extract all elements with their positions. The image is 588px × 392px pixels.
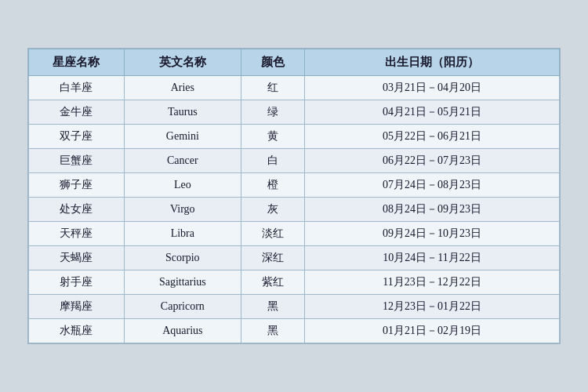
- table-row: 天蝎座Scorpio深红10月24日－11月22日: [29, 246, 560, 270]
- table-row: 射手座Sagittarius紫红11月23日－12月22日: [29, 270, 560, 295]
- cell-date: 06月22日－07月23日: [305, 149, 560, 173]
- cell-chinese: 摩羯座: [29, 295, 125, 319]
- table-row: 摩羯座Capricorn黑12月23日－01月22日: [29, 295, 560, 319]
- cell-color: 深红: [241, 246, 304, 270]
- cell-english: Gemini: [124, 125, 241, 149]
- header-color: 颜色: [241, 49, 304, 76]
- table-row: 双子座Gemini黄05月22日－06月21日: [29, 125, 560, 149]
- cell-english: Aries: [124, 76, 241, 100]
- cell-date: 11月23日－12月22日: [305, 270, 560, 295]
- cell-english: Sagittarius: [124, 270, 241, 295]
- cell-chinese: 处女座: [29, 198, 125, 222]
- cell-color: 黑: [241, 295, 304, 319]
- cell-english: Virgo: [124, 198, 241, 222]
- cell-color: 红: [241, 76, 304, 100]
- table-row: 水瓶座Aquarius黑01月21日－02月19日: [29, 319, 560, 343]
- cell-chinese: 水瓶座: [29, 319, 125, 343]
- cell-color: 白: [241, 149, 304, 173]
- cell-date: 01月21日－02月19日: [305, 319, 560, 343]
- cell-chinese: 金牛座: [29, 100, 125, 125]
- table-row: 白羊座Aries红03月21日－04月20日: [29, 76, 560, 100]
- cell-english: Taurus: [124, 100, 241, 125]
- cell-chinese: 巨蟹座: [29, 149, 125, 173]
- cell-chinese: 狮子座: [29, 173, 125, 198]
- cell-color: 黄: [241, 125, 304, 149]
- cell-color: 黑: [241, 319, 304, 343]
- cell-chinese: 天秤座: [29, 222, 125, 246]
- cell-color: 灰: [241, 198, 304, 222]
- table-row: 天秤座Libra淡红09月24日－10月23日: [29, 222, 560, 246]
- cell-date: 12月23日－01月22日: [305, 295, 560, 319]
- cell-chinese: 白羊座: [29, 76, 125, 100]
- zodiac-table-container: 星座名称 英文名称 颜色 出生日期（阳历） 白羊座Aries红03月21日－04…: [27, 48, 561, 344]
- header-date: 出生日期（阳历）: [305, 49, 560, 76]
- cell-date: 08月24日－09月23日: [305, 198, 560, 222]
- cell-color: 橙: [241, 173, 304, 198]
- table-row: 狮子座Leo橙07月24日－08月23日: [29, 173, 560, 198]
- cell-date: 07月24日－08月23日: [305, 173, 560, 198]
- cell-chinese: 天蝎座: [29, 246, 125, 270]
- cell-date: 04月21日－05月21日: [305, 100, 560, 125]
- cell-chinese: 射手座: [29, 270, 125, 295]
- cell-english: Capricorn: [124, 295, 241, 319]
- table-row: 巨蟹座Cancer白06月22日－07月23日: [29, 149, 560, 173]
- cell-date: 05月22日－06月21日: [305, 125, 560, 149]
- table-header-row: 星座名称 英文名称 颜色 出生日期（阳历）: [29, 49, 560, 76]
- zodiac-table: 星座名称 英文名称 颜色 出生日期（阳历） 白羊座Aries红03月21日－04…: [28, 49, 560, 343]
- cell-date: 10月24日－11月22日: [305, 246, 560, 270]
- cell-color: 淡红: [241, 222, 304, 246]
- cell-color: 绿: [241, 100, 304, 125]
- cell-date: 09月24日－10月23日: [305, 222, 560, 246]
- table-row: 金牛座Taurus绿04月21日－05月21日: [29, 100, 560, 125]
- header-english: 英文名称: [124, 49, 241, 76]
- cell-english: Libra: [124, 222, 241, 246]
- header-chinese: 星座名称: [29, 49, 125, 76]
- cell-english: Aquarius: [124, 319, 241, 343]
- cell-date: 03月21日－04月20日: [305, 76, 560, 100]
- table-row: 处女座Virgo灰08月24日－09月23日: [29, 198, 560, 222]
- cell-english: Scorpio: [124, 246, 241, 270]
- cell-color: 紫红: [241, 270, 304, 295]
- cell-english: Leo: [124, 173, 241, 198]
- table-body: 白羊座Aries红03月21日－04月20日金牛座Taurus绿04月21日－0…: [29, 76, 560, 343]
- cell-chinese: 双子座: [29, 125, 125, 149]
- cell-english: Cancer: [124, 149, 241, 173]
